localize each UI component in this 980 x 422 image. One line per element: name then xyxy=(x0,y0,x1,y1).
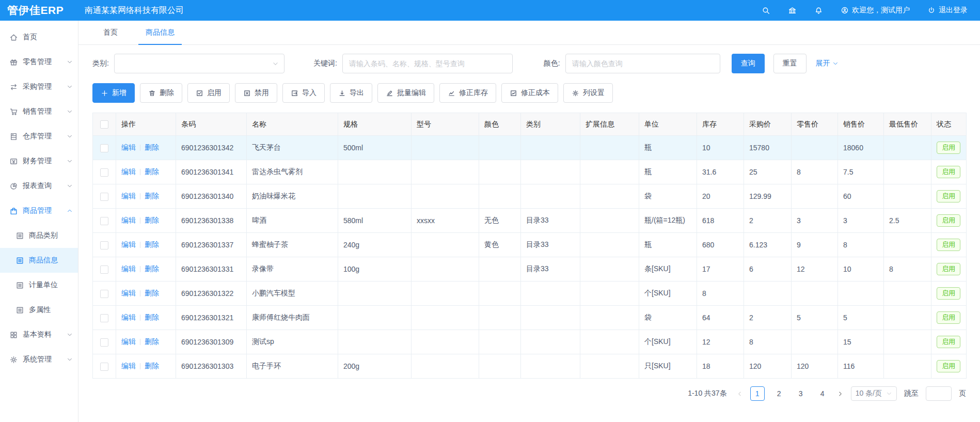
bell-icon[interactable] xyxy=(814,6,823,15)
toolbar-button-导出[interactable]: 导出 xyxy=(330,83,372,103)
sidebar-item-基本资料[interactable]: 基本资料 xyxy=(0,322,78,347)
cell-min xyxy=(884,282,931,306)
row-checkbox[interactable] xyxy=(100,168,108,177)
cell-model xyxy=(412,233,479,257)
cell-ext xyxy=(580,354,639,379)
toolbar-button-禁用[interactable]: 禁用 xyxy=(235,83,277,103)
sidebar-item-零售管理[interactable]: 零售管理 xyxy=(0,50,78,74)
column-header-零售价: 零售价 xyxy=(792,113,838,136)
delete-link[interactable]: 删除 xyxy=(145,192,159,200)
page-number-3[interactable]: 3 xyxy=(794,386,808,401)
sidebar-item-销售管理[interactable]: 销售管理 xyxy=(0,99,78,124)
home-icon xyxy=(9,33,18,42)
cell-retail: 9 xyxy=(792,233,838,257)
row-checkbox[interactable] xyxy=(100,144,108,152)
delete-link[interactable]: 删除 xyxy=(145,362,159,370)
reset-button[interactable]: 重置 xyxy=(773,54,807,73)
toolbar-button-label: 批量编辑 xyxy=(397,88,426,98)
toolbar-button-新增[interactable]: 新增 xyxy=(92,83,135,103)
page-number-1[interactable]: 1 xyxy=(750,386,765,401)
toolbar-button-修正成本[interactable]: 修正成本 xyxy=(501,83,558,103)
cell-purchase: 129.99 xyxy=(744,184,792,209)
cell-name: 啤酒 xyxy=(247,209,338,233)
delete-link[interactable]: 删除 xyxy=(145,167,159,176)
keyword-label: 关键词: xyxy=(313,59,337,68)
sidebar-item-首页[interactable]: 首页 xyxy=(0,25,78,50)
delete-link[interactable]: 删除 xyxy=(145,240,159,248)
cell-stock: 17 xyxy=(697,257,744,282)
welcome-user[interactable]: 欢迎您，测试用户 xyxy=(841,6,910,15)
select-all-checkbox[interactable] xyxy=(100,120,108,129)
sidebar-item-多属性[interactable]: 多属性 xyxy=(0,298,78,322)
tab-商品信息[interactable]: 商品信息 xyxy=(138,21,182,44)
sidebar-item-计量单位[interactable]: 计量单位 xyxy=(0,273,78,298)
cell-purchase: 15780 xyxy=(744,136,792,160)
cell-category xyxy=(521,330,580,354)
delete-link[interactable]: 删除 xyxy=(145,264,159,273)
sidebar-item-财务管理[interactable]: 财务管理 xyxy=(0,149,78,174)
delete-link[interactable]: 删除 xyxy=(145,216,159,224)
delete-link[interactable]: 删除 xyxy=(145,337,159,346)
row-actions: 编辑删除 xyxy=(116,330,176,354)
cell-category xyxy=(521,354,580,379)
cell-status: 启用 xyxy=(931,160,967,184)
topbar-actions: 欢迎您，测试用户 退出登录 xyxy=(762,6,980,15)
chevron-down-icon xyxy=(67,59,73,65)
delete-link[interactable]: 删除 xyxy=(145,313,159,321)
cell-stock: 64 xyxy=(697,306,744,330)
delete-link[interactable]: 删除 xyxy=(145,143,159,151)
toolbar-button-导入[interactable]: 导入 xyxy=(282,83,325,103)
toolbar-button-修正库存[interactable]: 修正库存 xyxy=(439,83,496,103)
cell-purchase: 6.123 xyxy=(744,233,792,257)
row-checkbox[interactable] xyxy=(100,241,108,249)
page-size-select[interactable]: 10 条/页 xyxy=(851,386,897,401)
toolbar-button-启用[interactable]: 启用 xyxy=(187,83,230,103)
cell-status: 启用 xyxy=(931,209,967,233)
row-checkbox[interactable] xyxy=(100,217,108,225)
keyword-input[interactable] xyxy=(342,54,513,73)
sidebar-item-系统管理[interactable]: 系统管理 xyxy=(0,347,78,372)
toolbar-button-列设置[interactable]: 列设置 xyxy=(563,83,613,103)
sidebar-item-商品管理[interactable]: 商品管理 xyxy=(0,198,78,223)
sidebar-item-label: 财务管理 xyxy=(23,157,67,166)
row-checkbox[interactable] xyxy=(100,193,108,201)
search-icon[interactable] xyxy=(762,6,770,15)
toolbar-button-批量编辑[interactable]: 批量编辑 xyxy=(377,83,434,103)
page-number-4[interactable]: 4 xyxy=(815,386,830,401)
search-button[interactable]: 查询 xyxy=(732,54,765,73)
edit-link[interactable]: 编辑 xyxy=(121,289,136,297)
sidebar-item-仓库管理[interactable]: 仓库管理 xyxy=(0,124,78,149)
row-checkbox[interactable] xyxy=(100,290,108,298)
sidebar-item-报表查询[interactable]: 报表查询 xyxy=(0,174,78,198)
edit-link[interactable]: 编辑 xyxy=(121,143,136,151)
row-checkbox[interactable] xyxy=(100,363,108,371)
jump-page-input[interactable] xyxy=(926,386,952,401)
bank-icon[interactable] xyxy=(788,6,797,15)
edit-link[interactable]: 编辑 xyxy=(121,264,136,273)
edit-link[interactable]: 编辑 xyxy=(121,240,136,248)
delete-link[interactable]: 删除 xyxy=(145,289,159,297)
expand-link[interactable]: 展开 xyxy=(816,59,839,68)
edit-link[interactable]: 编辑 xyxy=(121,337,136,346)
cell-retail: 5 xyxy=(792,306,838,330)
row-checkbox[interactable] xyxy=(100,338,108,347)
sidebar-item-采购管理[interactable]: 采购管理 xyxy=(0,74,78,99)
toolbar-button-删除[interactable]: 删除 xyxy=(140,83,182,103)
edit-link[interactable]: 编辑 xyxy=(121,362,136,370)
next-page-button[interactable] xyxy=(837,390,844,397)
row-checkbox[interactable] xyxy=(100,314,108,322)
edit-link[interactable]: 编辑 xyxy=(121,192,136,200)
category-select[interactable] xyxy=(114,54,284,73)
edit-link[interactable]: 编辑 xyxy=(121,167,136,176)
tab-首页[interactable]: 首页 xyxy=(96,21,125,44)
prev-page-button[interactable] xyxy=(736,390,743,397)
sidebar-item-商品信息[interactable]: 商品信息 xyxy=(0,248,78,273)
edit-link[interactable]: 编辑 xyxy=(121,313,136,321)
row-checkbox[interactable] xyxy=(100,265,108,274)
logout-button[interactable]: 退出登录 xyxy=(927,6,968,15)
page-number-2[interactable]: 2 xyxy=(772,386,786,401)
color-input[interactable] xyxy=(565,54,720,73)
edit-link[interactable]: 编辑 xyxy=(121,216,136,224)
cell-spec: 240g xyxy=(338,233,412,257)
sidebar-item-商品类别[interactable]: 商品类别 xyxy=(0,223,78,248)
